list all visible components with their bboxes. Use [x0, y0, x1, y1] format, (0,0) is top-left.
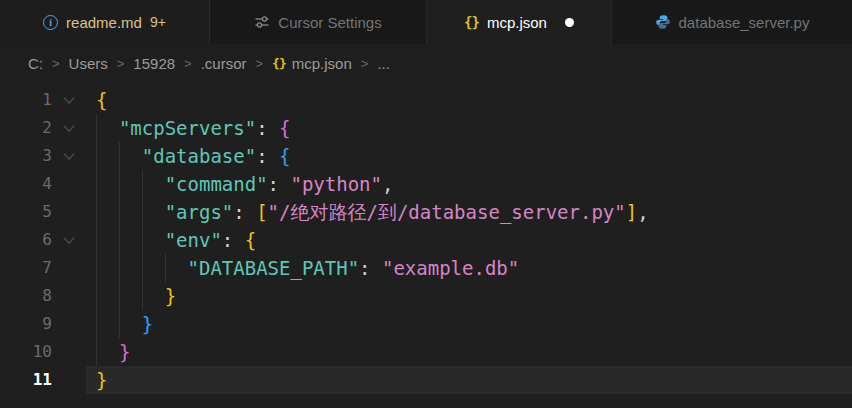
code-line[interactable]: 4"command": "python",	[0, 170, 852, 198]
code-token: "command"	[165, 173, 268, 195]
code-token: [	[256, 201, 267, 223]
breadcrumb-item[interactable]: 15928	[133, 55, 175, 72]
code-content[interactable]: }	[86, 282, 852, 310]
indent-guide	[96, 310, 119, 338]
indent-guide	[119, 170, 142, 198]
fold-chevron-icon[interactable]	[52, 226, 86, 254]
breadcrumb-item[interactable]: C:	[28, 55, 43, 72]
fold-spacer	[52, 170, 86, 198]
code-line[interactable]: 8}	[0, 282, 852, 310]
tab-readme[interactable]: ireadme.md9+	[0, 0, 210, 44]
code-content[interactable]: "mcpServers": {	[86, 114, 852, 142]
fold-spacer	[52, 282, 86, 310]
breadcrumb-item[interactable]: mcp.json	[292, 55, 352, 72]
indent-guide	[96, 114, 119, 142]
fold-chevron-icon[interactable]	[52, 86, 86, 114]
code-content[interactable]: }	[86, 310, 852, 338]
code-token: "example.db"	[382, 257, 519, 279]
line-number: 8	[0, 282, 52, 310]
code-token: "args"	[165, 201, 234, 223]
fold-spacer	[52, 254, 86, 282]
editor-window: ireadme.md9+Cursor Settings{}mcp.jsondat…	[0, 0, 852, 408]
code-token: :	[233, 201, 256, 223]
breadcrumb-item[interactable]: ...	[377, 55, 390, 72]
code-token: :	[222, 229, 245, 251]
braces-icon: {}	[464, 14, 479, 30]
code-content[interactable]: }	[86, 338, 852, 366]
indent-guide	[119, 310, 142, 338]
code-line[interactable]: 6"env": {	[0, 226, 852, 254]
code-line[interactable]: 11}	[0, 366, 852, 394]
code-token: "DATABASE_PATH"	[188, 257, 360, 279]
code-editor[interactable]: 1{2"mcpServers": {3"database": {4"comman…	[0, 82, 852, 408]
code-content[interactable]: {	[86, 86, 852, 114]
code-content[interactable]: "args": ["/绝对路径/到/database_server.py"],	[86, 198, 852, 226]
code-line[interactable]: 10}	[0, 338, 852, 366]
indent-guide	[96, 254, 119, 282]
code-token: {	[96, 89, 107, 111]
fold-chevron-icon[interactable]	[52, 114, 86, 142]
indent-guide	[96, 198, 119, 226]
braces-icon: {}	[272, 56, 286, 71]
code-token: {	[279, 145, 290, 167]
chevron-right-icon: >	[117, 56, 125, 71]
fold-spacer	[52, 366, 86, 394]
line-number: 6	[0, 226, 52, 254]
indent-guide	[142, 198, 165, 226]
indent-guide	[96, 338, 119, 366]
info-icon: i	[43, 15, 58, 30]
line-number: 1	[0, 86, 52, 114]
code-token: ,	[637, 201, 648, 223]
tab-database-server[interactable]: database_server.py	[612, 0, 852, 44]
code-token: }	[142, 313, 153, 335]
code-line[interactable]: 5"args": ["/绝对路径/到/database_server.py"],	[0, 198, 852, 226]
indent-guide	[142, 254, 165, 282]
code-content[interactable]: "env": {	[86, 226, 852, 254]
code-content[interactable]: "command": "python",	[86, 170, 852, 198]
code-line[interactable]: 2"mcpServers": {	[0, 114, 852, 142]
line-number: 11	[0, 366, 52, 394]
code-token: "env"	[165, 229, 222, 251]
indent-guide	[119, 226, 142, 254]
breadcrumb-item[interactable]: .cursor	[201, 55, 247, 72]
fold-chevron-icon[interactable]	[52, 142, 86, 170]
code-line[interactable]: 3"database": {	[0, 142, 852, 170]
indent-guide	[96, 142, 119, 170]
code-token: ]	[626, 201, 637, 223]
code-token: :	[268, 173, 291, 195]
code-line[interactable]: 9}	[0, 310, 852, 338]
code-token: "database"	[142, 145, 256, 167]
indent-guide	[96, 282, 119, 310]
code-line[interactable]: 1{	[0, 86, 852, 114]
code-line[interactable]: 7"DATABASE_PATH": "example.db"	[0, 254, 852, 282]
indent-guide	[142, 282, 165, 310]
tab-mcp-json[interactable]: {}mcp.json	[427, 0, 612, 44]
tab-label: Cursor Settings	[278, 14, 381, 31]
code-token: "mcpServers"	[119, 117, 256, 139]
sliders-icon	[254, 14, 270, 30]
code-token: :	[359, 257, 382, 279]
chevron-right-icon: >	[256, 56, 264, 71]
code-token: :	[256, 117, 279, 139]
line-number: 3	[0, 142, 52, 170]
code-token: }	[165, 285, 176, 307]
indent-guide	[142, 226, 165, 254]
line-number: 4	[0, 170, 52, 198]
code-token: }	[96, 369, 107, 391]
code-content[interactable]: }	[86, 366, 852, 394]
indent-guide	[119, 142, 142, 170]
code-token: :	[256, 145, 279, 167]
tab-badge: 9+	[150, 14, 166, 30]
line-number: 5	[0, 198, 52, 226]
breadcrumb-item[interactable]: Users	[69, 55, 108, 72]
modified-indicator-icon[interactable]	[565, 18, 574, 27]
indent-guide	[119, 282, 142, 310]
indent-guide	[119, 198, 142, 226]
code-content[interactable]: "DATABASE_PATH": "example.db"	[86, 254, 852, 282]
line-number: 9	[0, 310, 52, 338]
python-icon	[655, 14, 671, 30]
code-content[interactable]: "database": {	[86, 142, 852, 170]
tab-label: database_server.py	[679, 14, 810, 31]
tab-cursor-settings[interactable]: Cursor Settings	[210, 0, 427, 44]
fold-spacer	[52, 198, 86, 226]
